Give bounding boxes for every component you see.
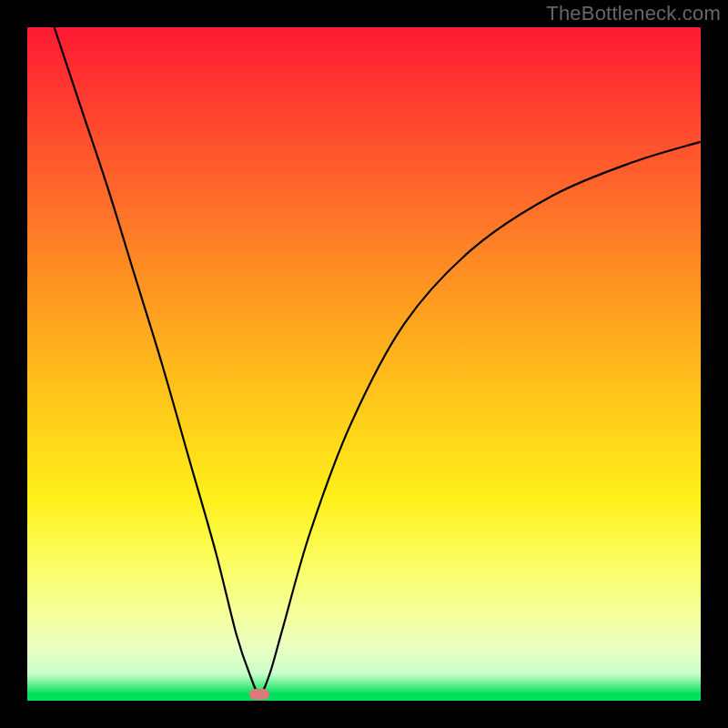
bottleneck-curve — [27, 27, 701, 701]
plot-area — [27, 27, 701, 701]
minimum-marker — [249, 689, 269, 700]
watermark-text: TheBottleneck.com — [546, 2, 721, 25]
